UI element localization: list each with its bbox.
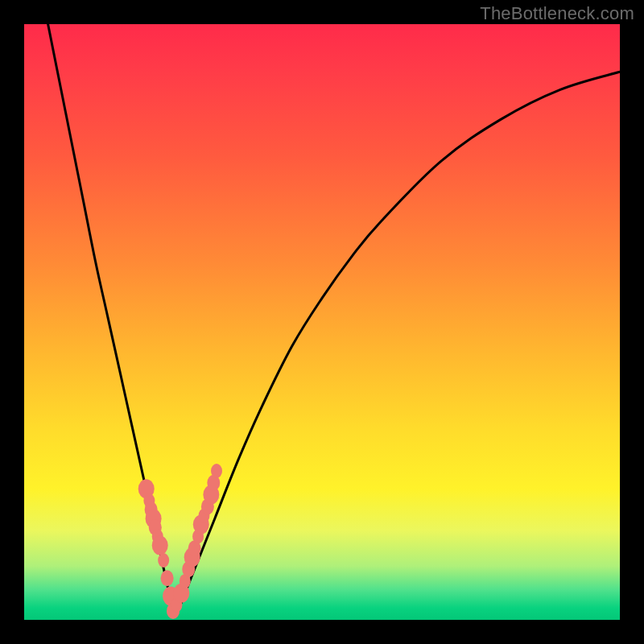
sample-point [158,553,169,568]
sample-points-group [138,464,222,619]
plot-area [24,24,620,620]
watermark-text: TheBottleneck.com [480,3,634,24]
chart-svg [24,24,620,620]
sample-point [161,570,174,586]
sample-point [211,464,222,478]
sample-point [152,536,168,555]
bottleneck-curve [48,24,620,616]
